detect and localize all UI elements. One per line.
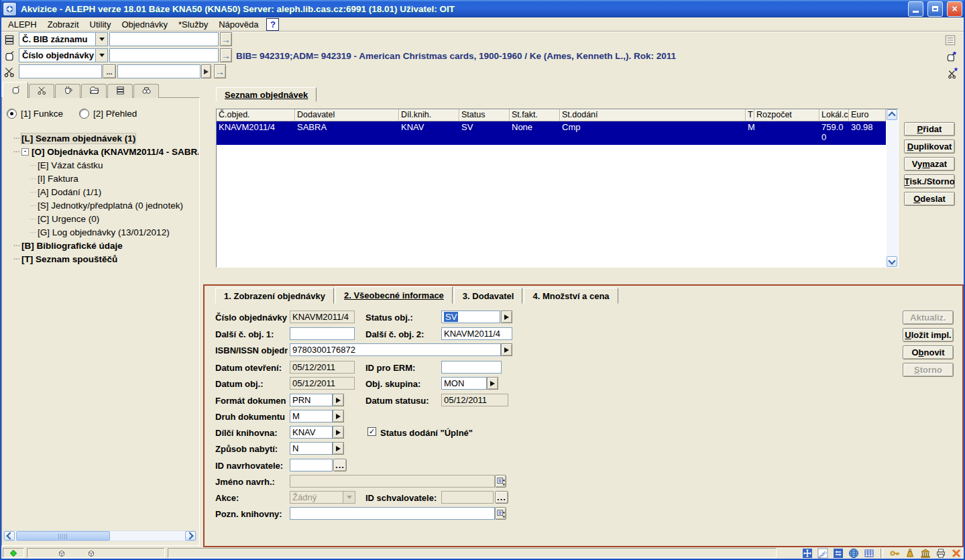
column-header-status[interactable]: Status [459, 109, 510, 121]
scroll-left-icon[interactable] [4, 531, 15, 541]
column-header-dodavatel[interactable]: Dodavatel [295, 109, 399, 121]
tree-item-jednotky[interactable]: ···[S] Jednotky/předplatná (0 jednotek) [5, 199, 198, 212]
expand-right-icon[interactable] [333, 442, 344, 455]
minimize-button[interactable] [908, 1, 923, 17]
key-icon[interactable] [889, 549, 901, 559]
new-order-icon[interactable] [945, 50, 958, 63]
erm-id-field[interactable] [441, 361, 502, 374]
tree-item-faktura[interactable]: ···[I] Faktura [5, 172, 198, 185]
printer-icon[interactable] [935, 549, 947, 559]
chevron-down-icon[interactable] [95, 49, 107, 62]
browse-ellipsis-button[interactable]: ... [103, 64, 116, 78]
move-icon[interactable] [801, 549, 813, 559]
column-header-lokal-cena[interactable]: Lokál.ce [819, 109, 849, 121]
tree-item-objednavka[interactable]: ···-[O] Objednávka (KNAVM2011/4 - SABRA [5, 145, 198, 158]
isbn-field[interactable]: 9780300176872 [290, 343, 501, 356]
proposer-id-field[interactable] [290, 459, 333, 471]
menu-item-sluzby[interactable]: *Služby [173, 18, 213, 31]
column-header-rozpocet[interactable]: Rozpočet [754, 109, 819, 121]
column-header-c-objed[interactable]: Č.objed. [217, 109, 295, 121]
sidebar-tab-order[interactable] [3, 82, 28, 98]
order-number-input[interactable] [109, 48, 219, 62]
menu-item-utility[interactable]: Utility [84, 18, 117, 31]
browse-ellipsis-button[interactable]: ... [333, 459, 347, 471]
sidebar-tab-folder[interactable] [81, 84, 107, 98]
column-header-euro[interactable]: Euro [849, 109, 886, 121]
bank-icon[interactable] [919, 549, 931, 559]
sidebar-tab-trigger[interactable] [55, 84, 80, 98]
scroll-up-icon[interactable] [887, 109, 897, 120]
tree-item-dodani[interactable]: ···[A] Dodání (1/1) [5, 185, 198, 199]
expand-list-icon[interactable] [495, 475, 506, 488]
menu-item-zobrazit[interactable]: Zobrazit [42, 18, 84, 31]
claim-input-1[interactable] [19, 64, 102, 78]
form-view-icon[interactable] [944, 34, 957, 47]
browse-ellipsis-button[interactable]: ... [495, 491, 508, 504]
bib-search-combo[interactable]: Č. BIB záznamu [19, 32, 108, 46]
document-type-field[interactable]: M [290, 410, 333, 423]
tree-item-seznam-objednavek[interactable]: ···[L] Seznam objednávek (1) [5, 131, 198, 145]
expand-right-icon[interactable] [333, 410, 344, 423]
sidebar-horizontal-scrollbar[interactable] [3, 530, 196, 541]
expand-right-icon[interactable] [501, 343, 512, 356]
expand-list-icon[interactable] [495, 507, 506, 520]
tree-item-urgence[interactable]: ···[C] Urgence (0) [5, 212, 198, 225]
library-note-field[interactable] [290, 507, 495, 520]
tree-item-seznam-spoustecu[interactable]: ···[T] Seznam spouštěčů [5, 252, 198, 266]
menu-item-aleph[interactable]: ALEPH [3, 18, 42, 31]
radio-prehled[interactable]: [2] Přehled [79, 109, 137, 119]
tree-item-bibliograficke-udaje[interactable]: ···[B] Bibliografické údaje [5, 239, 198, 252]
order-search-combo[interactable]: Číslo objednávky [19, 48, 108, 62]
column-header-typ[interactable]: T [746, 109, 754, 121]
weight-icon[interactable] [904, 549, 916, 559]
tab-dodavatel[interactable]: 3. Dodavatel [454, 288, 523, 304]
tab-vseobecne[interactable]: 2. Všeobecné informace [335, 286, 453, 304]
go-arrow-icon[interactable]: → [220, 48, 232, 62]
obnovit-button[interactable]: Obnovit [903, 345, 954, 359]
scrollbar-thumb[interactable] [16, 531, 110, 541]
claim-input-2[interactable] [117, 64, 201, 78]
order-group-field[interactable]: MON [441, 377, 487, 390]
delivery-status-checkbox[interactable]: ✓ [367, 427, 376, 436]
tisk-storno-button[interactable]: Tisk./Storno [904, 174, 955, 188]
acquisition-method-field[interactable]: N [290, 442, 333, 455]
vymazat-button[interactable]: Vymazat [904, 157, 955, 171]
collapse-icon[interactable]: - [21, 148, 29, 156]
menu-item-napoveda[interactable]: Nápověda [213, 18, 264, 31]
additional-order-1-field[interactable] [290, 327, 355, 340]
bib-record-input[interactable] [109, 32, 219, 46]
close-button[interactable]: × [947, 1, 962, 17]
additional-order-2-field[interactable]: KNAVM2011/4 [441, 327, 512, 340]
new-claim-icon[interactable] [946, 66, 960, 79]
expand-right-icon[interactable] [487, 377, 498, 390]
chevron-down-icon[interactable] [95, 33, 107, 46]
grid-icon[interactable] [863, 549, 875, 559]
tab-mnozstvi[interactable]: 4. Množství a cena [524, 288, 618, 304]
restore-button[interactable] [927, 1, 943, 17]
sidebar-tab-list[interactable] [107, 84, 133, 98]
expand-right-icon[interactable] [201, 64, 211, 78]
ulozit-impl-button[interactable]: Uložit impl. [903, 328, 954, 342]
swap-icon[interactable] [832, 549, 844, 559]
sidebar-tab-claim[interactable] [29, 84, 54, 98]
tab-zobrazeni[interactable]: 1. Zobrazení objednávky [215, 288, 334, 304]
close-x-icon[interactable] [950, 549, 962, 559]
tab-seznam-objednavek[interactable]: Seznam objednávek [216, 87, 317, 102]
scroll-right-icon[interactable] [185, 531, 196, 541]
expand-right-icon[interactable] [333, 426, 344, 439]
pridat-button[interactable]: Přidat [904, 122, 955, 136]
sidebar-tab-search[interactable] [133, 84, 159, 98]
menu-item-objednavky[interactable]: Objednávky [116, 18, 173, 31]
expand-right-icon[interactable] [333, 394, 344, 406]
duplikovat-button[interactable]: Duplikovat [904, 139, 955, 154]
order-table-selected-row[interactable]: KNAVM2011/4SABRAKNAVSVNoneCmpM759.0030.9… [217, 121, 886, 145]
tree-item-log-objednavky[interactable]: ···[G] Log objednávky (13/01/2012) [5, 225, 198, 239]
odeslat-button[interactable]: Odeslat [904, 192, 955, 206]
globe-icon[interactable] [848, 549, 860, 559]
column-header-dil-knih[interactable]: Díl.knih. [399, 109, 459, 121]
radio-funkce[interactable]: [1] Funkce [7, 109, 63, 119]
go-arrow-icon[interactable]: → [220, 32, 232, 46]
expand-right-icon[interactable] [501, 311, 512, 323]
sublibrary-field[interactable]: KNAV [290, 426, 333, 439]
scroll-down-icon[interactable] [887, 256, 897, 267]
